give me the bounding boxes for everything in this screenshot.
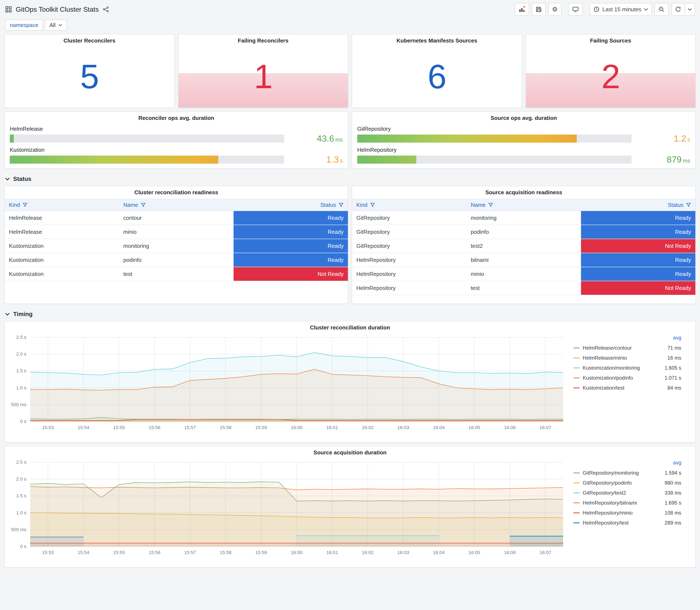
gauge-value: 879ms [637, 155, 690, 165]
section-title-timing: Timing [13, 311, 33, 318]
column-header-kind[interactable]: Kind [352, 199, 467, 211]
table-panel-cluster-reconciliation: Cluster reconciliation readiness Kind Na… [4, 186, 348, 304]
svg-text:1.5 s: 1.5 s [16, 493, 26, 498]
bar-gauge-gitrepository: GitRepository 1.2s [357, 126, 690, 144]
cell-name: monitoring [119, 239, 233, 253]
svg-text:0 s: 0 s [20, 419, 26, 424]
table-body: HelmReleasecontourReadyHelmReleaseminioR… [5, 211, 348, 281]
table-row: HelmRepositorybitnamiReady [352, 253, 695, 267]
variable-namespace-dropdown[interactable]: All [45, 19, 67, 31]
svg-text:15:53: 15:53 [42, 550, 54, 555]
dashboard-grid-icon [5, 6, 12, 13]
bar-gauge-kustomization: Kustomization 1.3s [10, 147, 343, 165]
panel-title: Cluster reconciliation readiness [5, 186, 348, 197]
filter-funnel-icon[interactable] [22, 203, 28, 207]
svg-text:15:55: 15:55 [113, 550, 125, 555]
filter-funnel-icon[interactable] [141, 203, 146, 207]
panel-title: Failing Reconcilers [179, 34, 348, 45]
cell-name: monitoring [467, 211, 581, 225]
cell-kind: HelmRelease [5, 211, 119, 225]
legend-item[interactable]: GitRepository/podinfo980 ms [573, 478, 681, 488]
table-row: GitRepositorymonitoringReady [352, 211, 695, 225]
svg-text:16:04: 16:04 [433, 425, 444, 430]
filter-funnel-icon[interactable] [339, 203, 344, 207]
svg-text:16:07: 16:07 [540, 550, 551, 555]
svg-text:16:05: 16:05 [468, 550, 480, 555]
row-toggle-status[interactable]: Status [4, 172, 696, 186]
svg-text:15:56: 15:56 [149, 550, 160, 555]
cell-name: minio [119, 225, 233, 239]
series-name: HelmRepository/test [583, 520, 656, 526]
series-name: Kustomization/monitoring [583, 365, 656, 371]
series-avg-value: 108 ms [659, 510, 681, 516]
gauge-fill [10, 156, 218, 164]
column-header-name[interactable]: Name [467, 199, 581, 211]
column-header-status[interactable]: Status [233, 199, 348, 211]
svg-text:2.5 s: 2.5 s [16, 460, 26, 465]
legend-item[interactable]: HelmRelease/minio16 ms [573, 353, 681, 363]
zoom-out-button[interactable] [654, 3, 669, 16]
save-dashboard-button[interactable] [532, 3, 546, 16]
gauge-track [10, 134, 284, 143]
gauge-track [357, 156, 632, 164]
series-avg-value: 1.605 s [659, 365, 681, 371]
add-panel-button[interactable] [515, 3, 529, 16]
column-header-status[interactable]: Status [581, 199, 695, 211]
share-icon[interactable] [103, 6, 109, 13]
series-name: HelmRepository/bitnami [583, 500, 656, 506]
legend-item[interactable]: Kustomization/monitoring1.605 s [573, 363, 681, 373]
table-row: GitRepositorypodinfoReady [352, 225, 695, 239]
chart-legend: avgHelmRelease/contour71 msHelmRelease/m… [569, 333, 683, 393]
gauge-value: 1.2s [637, 133, 690, 144]
gauge-track [357, 134, 632, 143]
status-badge: Ready [233, 225, 348, 239]
refresh-icon [675, 6, 681, 13]
variables-bar: namespace All [0, 19, 700, 34]
legend-item[interactable]: HelmRepository/minio108 ms [573, 508, 681, 518]
series-name: GitRepository/monitoring [583, 470, 656, 476]
legend-item[interactable]: HelmRelease/contour71 ms [573, 343, 681, 353]
cell-name: minio [467, 267, 581, 281]
legend-item[interactable]: HelmRepository/bitnami1.695 s [573, 498, 681, 508]
panel-title: Kubernetes Manifests Sources [352, 34, 522, 45]
row-toggle-timing[interactable]: Timing [4, 307, 696, 321]
svg-text:1.0 s: 1.0 s [16, 385, 26, 390]
legend-item[interactable]: Kustomization/podinfo1.071 s [573, 373, 681, 383]
legend-item[interactable]: GitRepository/test2338 ms [573, 488, 681, 498]
cell-kind: Kustomization [5, 267, 119, 281]
time-range-picker[interactable]: Last 15 minutes [589, 3, 652, 16]
legend-item[interactable]: HelmRepository/test289 ms [573, 518, 681, 528]
series-avg-value: 1.594 s [659, 470, 681, 476]
cell-name: podinfo [467, 225, 581, 239]
svg-text:16:07: 16:07 [540, 425, 551, 430]
cycle-view-button[interactable] [568, 3, 583, 16]
svg-text:1.0 s: 1.0 s [16, 510, 26, 515]
refresh-button[interactable] [671, 3, 685, 16]
panel-title: Failing Sources [526, 34, 696, 45]
cell-name: contour [119, 211, 233, 225]
filter-funnel-icon[interactable] [370, 203, 375, 207]
stat-value: 6 [352, 46, 522, 108]
cell-kind: HelmRepository [352, 281, 467, 295]
svg-text:15:57: 15:57 [184, 425, 196, 430]
column-header-kind[interactable]: Kind [5, 199, 119, 211]
filter-funnel-icon[interactable] [686, 203, 691, 207]
gauge-fill [10, 134, 14, 143]
column-header-name[interactable]: Name [119, 199, 233, 211]
dashboard-settings-button[interactable]: ⚙ [548, 3, 561, 16]
refresh-interval-dropdown[interactable] [685, 3, 695, 16]
table-row: KustomizationpodinfoReady [5, 253, 348, 267]
legend-item[interactable]: GitRepository/monitoring1.594 s [573, 468, 681, 478]
legend-avg-header[interactable]: avg [573, 460, 681, 468]
status-badge: Not Ready [233, 267, 348, 281]
status-badge: Ready [581, 267, 695, 281]
time-series-plot[interactable]: 15:5315:5415:5515:5615:5715:5815:5916:00… [8, 333, 569, 433]
series-color-line [573, 472, 580, 473]
panel-title: Source acquisition readiness [352, 186, 695, 197]
filter-funnel-icon[interactable] [488, 203, 493, 207]
legend-avg-header[interactable]: avg [573, 335, 681, 343]
time-series-plot[interactable]: 15:5315:5415:5515:5615:5715:5815:5916:00… [8, 458, 569, 558]
series-color-line [573, 387, 580, 388]
variable-namespace-label[interactable]: namespace [5, 19, 43, 31]
legend-item[interactable]: Kustomization/test84 ms [573, 383, 681, 393]
